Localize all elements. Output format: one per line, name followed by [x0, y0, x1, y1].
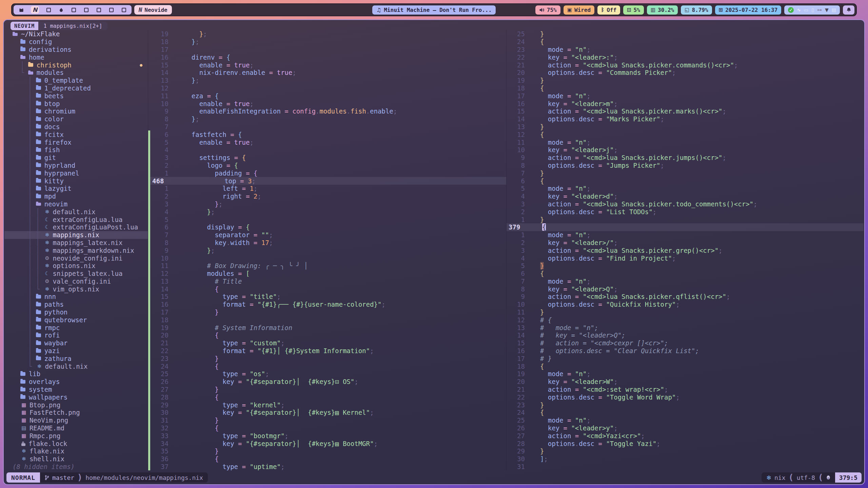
code-line[interactable]: 3 action = "<cmd>lua Snacks.picker.todo_… — [507, 200, 864, 208]
workspace-7-square[interactable] — [96, 6, 102, 13]
code-line[interactable]: 13 # mode = "n"; — [507, 324, 864, 331]
tree-item-kitty[interactable]: │ kitty — [4, 177, 148, 185]
code-line[interactable]: 29 } — [507, 447, 864, 455]
code-line[interactable]: 5 mode = "n"; — [507, 185, 864, 192]
code-line[interactable]: 30 key = "{#separator}│ {#keys}▤ Kernel"… — [148, 409, 506, 416]
code-line[interactable]: 25 mode = "n"; — [507, 416, 864, 424]
tree-item-mappings_latex.nix[interactable]: │ │ ❄mappings_latex.nix — [4, 239, 148, 247]
code-line[interactable]: 23 mode = "n"; — [507, 46, 864, 54]
tree-item-system[interactable]: system — [4, 386, 148, 393]
code-line[interactable]: 27 action = "<cmd>Yazi<cr>"; — [507, 432, 864, 440]
code-line[interactable]: 8 key.width = 17; — [148, 239, 506, 247]
code-line[interactable]: 16 key = "<leader>m"; — [507, 100, 864, 107]
workspace-6-square[interactable] — [83, 6, 89, 13]
tree-item-mappings.nix[interactable]: │ │ ❄mappings.nix — [4, 231, 148, 239]
code-line[interactable]: 32 { — [148, 424, 506, 432]
tree-item-extraconfigluapost.lua[interactable]: │ │ ☾extraConfigLuaPost.lua — [4, 223, 148, 231]
code-line[interactable]: 13 }; — [148, 77, 506, 84]
code-line[interactable]: 9 enableFishIntegration = config.modules… — [148, 107, 506, 115]
tree-item-hyprland[interactable]: │ hyprland — [4, 162, 148, 169]
code-line[interactable]: 3 settings = { — [148, 154, 506, 162]
tree-item-nnn[interactable]: │ nnn — [4, 293, 148, 301]
code-line[interactable]: 2 right = 2; — [148, 192, 506, 200]
key-icon[interactable]: ⊶ — [817, 7, 822, 12]
code-line[interactable]: 28 options.desc = "Toggle Yazi"; — [507, 440, 864, 447]
code-line[interactable]: 8 key = "<leader>Q"; — [507, 285, 864, 293]
code-line[interactable]: 18 { — [507, 362, 864, 370]
tree-item-readme.md[interactable]: ▤README.md — [4, 424, 148, 432]
bluetooth-widget[interactable]: ᛒOff — [597, 5, 620, 15]
tree-item-btop[interactable]: │ btop — [4, 100, 148, 107]
tree-item-python[interactable]: │ python — [4, 308, 148, 316]
tree-item-color[interactable]: │ color — [4, 115, 148, 123]
code-line[interactable]: 1 } — [507, 216, 864, 223]
code-line[interactable]: 14 # key = "<leader>Q"; — [507, 331, 864, 339]
tree-item-vim_opts.nix[interactable]: │ └ ❄vim_opts.nix — [4, 285, 148, 293]
code-line[interactable]: 12 # { — [507, 316, 864, 324]
code-line[interactable]: 35 } — [148, 447, 506, 455]
notifications-button[interactable] — [843, 5, 854, 15]
workspace-3-square[interactable] — [45, 6, 52, 13]
code-line[interactable]: 6 fastfetch = { — [148, 130, 506, 138]
code-line[interactable]: 12 modules = [ — [148, 270, 506, 278]
tree-item-nixflake[interactable]: ~/NixFlake — [4, 30, 148, 38]
tree-item-fish[interactable]: │ fish — [4, 146, 148, 154]
tree-item-flake.nix[interactable]: ❄flake.nix — [4, 447, 148, 455]
tree-item-fastfetch.png[interactable]: ▦FastFetch.png — [4, 409, 148, 416]
code-line[interactable]: 19 mode = "n"; — [507, 370, 864, 378]
tree-item-neovim[interactable]: │ neovim — [4, 200, 148, 208]
workspace-1-cat[interactable] — [18, 6, 24, 13]
code-line[interactable]: 22 format = "{#1}│ {#}System Information… — [148, 347, 506, 355]
code-line[interactable]: 12 { — [507, 130, 864, 138]
code-line[interactable]: 8 options.desc = "Jumps Picker"; — [507, 162, 864, 169]
tree-item-wallpapers[interactable]: wallpapers — [4, 393, 148, 401]
code-line[interactable]: 2 options.desc = "List TODOs"; — [507, 208, 864, 216]
tree-item-yazi[interactable]: │ yazi — [4, 347, 148, 355]
tree-item-snippets_latex.lua[interactable]: │ │ ☾snippets_latex.lua — [4, 270, 148, 278]
tree-item-fcitx[interactable]: │ fcitx — [4, 130, 148, 138]
code-line[interactable]: 5 — [148, 216, 506, 223]
code-line[interactable]: 1 padding = { — [148, 169, 506, 177]
code-line[interactable]: 7 — [148, 123, 506, 131]
tree-item-paths[interactable]: │ paths — [4, 301, 148, 308]
code-line[interactable]: 37 type = "uptime"; — [148, 463, 506, 471]
tree-item-git[interactable]: │ git — [4, 154, 148, 162]
code-line[interactable]: 21 action = "<cmd>:set wrap!<cr>"; — [507, 386, 864, 393]
tree-item-1_deprecated[interactable]: │ 1_deprecated — [4, 84, 148, 92]
tree-item-hyprpanel[interactable]: │ hyprpanel — [4, 169, 148, 177]
code-line[interactable]: 30 ]; — [507, 455, 864, 463]
tree-item-mpd[interactable]: │ mpd — [4, 192, 148, 200]
code-line[interactable]: 1 mode = "n"; — [507, 231, 864, 239]
tree-item-config[interactable]: config — [4, 38, 148, 46]
tree-item-neovide_config.ini[interactable]: │ │ ⚙neovide_config.ini — [4, 254, 148, 262]
memory-widget[interactable]: ▥30.2% — [647, 5, 678, 15]
tree-item-default.nix[interactable]: └ ❄default.nix — [4, 362, 148, 370]
code-line[interactable]: 10 enable = true; — [148, 100, 506, 107]
tree-item-beets[interactable]: │ beets — [4, 92, 148, 100]
code-line[interactable]: 33 type = "bootmgr"; — [148, 432, 506, 440]
code-line[interactable]: 4 — [148, 146, 506, 154]
code-line[interactable]: 16 # options.desc = "Clear Quickfix List… — [507, 347, 864, 355]
code-line[interactable]: 7 } — [507, 169, 864, 177]
code-line[interactable]: 21 action = "<cmd>lua Snacks.picker.comm… — [507, 61, 864, 69]
code-line[interactable]: 17 # } — [507, 354, 864, 362]
code-line[interactable]: 20 { — [148, 331, 506, 339]
code-line[interactable]: 5 } — [507, 262, 864, 270]
code-line[interactable]: 14 nix-direnv.enable = true; — [148, 69, 506, 77]
tree-item-rmpc[interactable]: │ rmpc — [4, 324, 148, 331]
code-line[interactable]: 14 { — [148, 285, 506, 293]
code-line[interactable]: 26 key = "<leader>y"; — [507, 424, 864, 432]
code-line[interactable]: 13 } — [507, 123, 864, 131]
code-line[interactable]: 3 action = "<cmd>lua Snacks.picker.grep(… — [507, 246, 864, 254]
tree-item-0_template[interactable]: │ 0_template — [4, 77, 148, 84]
network-widget[interactable]: ▣Wired — [564, 5, 594, 15]
workspace-2-neovide-n[interactable]: N — [31, 6, 39, 14]
tree-item-8hiddenitems[interactable]: (8 hidden items) — [4, 463, 148, 471]
code-line[interactable]: 28 { — [148, 393, 506, 401]
code-line[interactable]: 22 key = "<leader>:"; — [507, 53, 864, 61]
code-line[interactable]: 12 — [148, 84, 506, 92]
code-line[interactable]: 21 type = "custom"; — [148, 339, 506, 347]
workspace-5-square[interactable] — [71, 6, 77, 13]
code-line[interactable]: 17 — [148, 46, 506, 54]
workspace-4-flame[interactable] — [58, 6, 64, 13]
